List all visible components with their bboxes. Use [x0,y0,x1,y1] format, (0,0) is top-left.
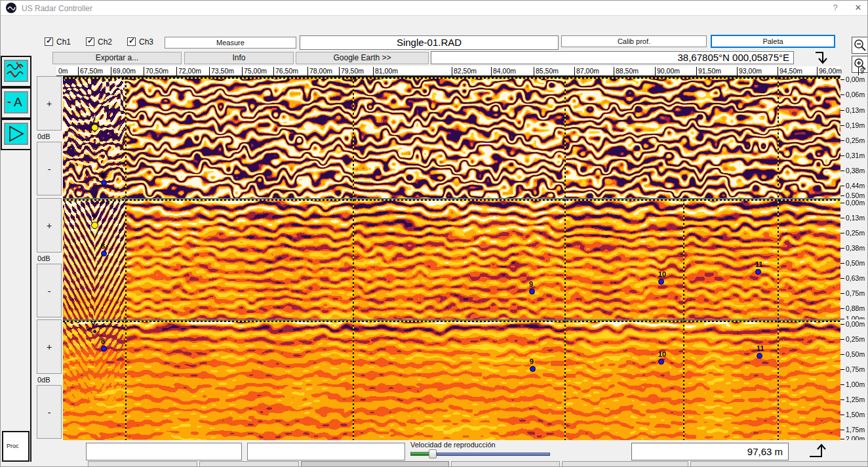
bottom-button-2[interactable] [199,461,299,467]
bottom-button-5[interactable]: P [562,461,688,467]
ruler-label: 76,50m [273,67,298,75]
ruler-label: 94,50m [778,67,802,75]
marker-label-11: 11 [757,344,764,352]
depth-tick [840,324,844,325]
gain-minus-button-ch2[interactable]: - [37,264,62,317]
bottom-button-6[interactable]: C [690,461,868,467]
bottom-button-1[interactable]: P [88,461,197,467]
ruler-label: 82,50m [452,67,477,75]
checkbox-icon[interactable]: ✓ [45,37,53,46]
channel-checkbox-ch2[interactable]: ✓Ch2 [86,37,124,47]
checkbox-icon[interactable]: ✓ [86,37,94,46]
depth-label: 1,00m [846,380,865,388]
segment-marker-line [125,77,127,198]
segment-marker-line [564,77,566,198]
depth-tick [840,171,844,171]
ruler-label: 90,00m [655,67,680,75]
info-button[interactable]: Info [184,52,294,64]
depth-tick [840,354,844,355]
status-field-1[interactable] [86,443,242,460]
depth-tick [840,155,844,156]
google-earth-button[interactable]: Google Earth >> [296,52,429,64]
ruler-label: 9 [858,67,864,75]
depth-tick [840,248,844,249]
depth-tick [840,186,844,186]
filename-field[interactable]: Single-01.RAD [300,35,559,50]
depth-tick [840,384,844,385]
ruler-label: 88,50m [614,67,639,75]
segment-marker-line [125,199,127,319]
marker-dot-8[interactable] [101,346,107,352]
depth-label: 0,44m [846,182,865,190]
marker-label-9: 9 [529,280,533,288]
measure-button[interactable]: Measure [165,37,296,49]
marker-dot-11[interactable] [757,353,762,359]
marker-label-11: 11 [755,260,763,268]
ruler-label: 93,00m [737,67,762,75]
depth-label: 0,75m [846,365,865,373]
time-zero-line [63,321,840,322]
depth-tick [840,308,844,309]
playback-speed-slider[interactable] [429,449,437,458]
depth-tick [840,339,844,340]
ruler-label: 75,00m [242,67,267,75]
segment-marker-line [683,321,684,440]
zoom-out-button[interactable] [852,37,868,54]
radargram-canvas-ch2[interactable] [63,198,840,319]
calib-prof-button[interactable]: Calib prof. [561,35,707,47]
checkbox-icon[interactable]: ✓ [127,37,136,46]
marker-dot-11[interactable] [755,269,761,275]
coordinates-field[interactable]: 38,67805°N 000,05875°E [431,51,794,64]
ruler-label: 96,00m [817,67,842,75]
marker-label-8: 8 [101,171,105,179]
bottom-button-3[interactable]: Dat [301,461,449,467]
radargram-canvas-ch1[interactable] [63,76,840,198]
radargram-canvas-ch3[interactable] [63,319,840,440]
playback-speed-label: Velocidad de reproducción [410,441,496,449]
gain-minus-button-ch3[interactable]: - [37,385,62,439]
gain-plus-button-ch3[interactable]: + [37,319,62,374]
marker-dot-8[interactable] [101,251,107,256]
ruler-label: 72,00m [176,67,201,75]
close-button[interactable]: ✕ [852,3,865,12]
channel-label: Ch3 [139,37,153,47]
depth-tick [840,263,844,264]
depth-tick [840,233,844,234]
depth-label: 0,13m [846,106,865,114]
depth-tick [840,94,844,95]
segment-marker-line [353,77,354,198]
marker-dot-7[interactable] [91,222,98,229]
distance-ruler: 0m67,50m69,00m70,50m72,00m73,50m75,00m76… [56,66,840,76]
marker-dot-8[interactable] [101,180,107,186]
depth-label: 0,25m [846,335,865,343]
exportar-button[interactable]: Exportar a... [52,52,182,64]
marker-label-9: 9 [530,357,534,365]
bottom-button-4[interactable] [451,461,560,467]
depth-tick [840,110,844,111]
channel-checkbox-ch3[interactable]: ✓Ch3 [127,37,165,47]
depth-tick [840,195,844,196]
depth-label: 0,63m [846,274,865,282]
depth-tick [840,140,844,141]
status-field-2[interactable] [247,443,405,460]
channel-label: Ch2 [98,37,112,47]
playback-speed-track-right[interactable] [437,453,550,456]
checkmark-icon: ✓ [46,36,52,45]
gain-minus-button-ch1[interactable]: - [37,142,62,195]
time-zero-line [63,77,840,79]
marker-dot-10[interactable] [658,279,664,285]
gain-plus-button-ch2[interactable]: + [37,198,62,253]
checkmark-icon: ✓ [128,36,135,45]
help-button[interactable]: ? [829,3,842,12]
channel-checkbox-ch1[interactable]: ✓Ch1 [45,37,83,47]
paleta-button[interactable]: Paleta [711,35,835,48]
marker-dot-7[interactable] [93,330,96,333]
marker-dot-10[interactable] [658,359,664,365]
marker-dot-9[interactable] [530,366,536,372]
marker-dot-7[interactable] [91,124,98,131]
gain-plus-button-ch1[interactable]: + [37,76,62,131]
depth-label: 0,25m [846,229,865,237]
depth-label: 2,00m [846,435,865,440]
arrow-up-icon[interactable] [806,440,835,462]
marker-dot-9[interactable] [529,289,535,294]
